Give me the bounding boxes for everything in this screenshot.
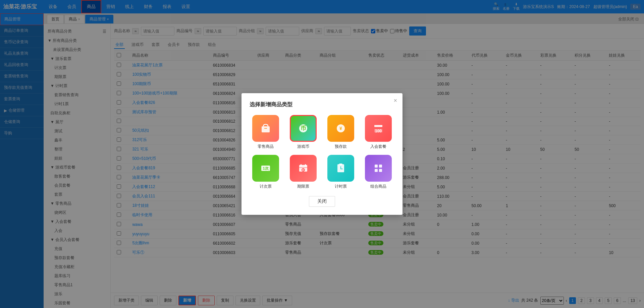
svg-text:1次: 1次 <box>263 166 269 170</box>
retail-label: 零售商品 <box>258 144 274 149</box>
retail-icon <box>252 115 279 142</box>
product-type-membership[interactable]: 100 入会套餐 <box>362 115 394 149</box>
svg-text:¥: ¥ <box>339 126 342 131</box>
product-type-prepay[interactable]: ¥ 预存款 <box>325 115 357 149</box>
time-ticket-icon <box>327 155 354 182</box>
modal-close-x[interactable]: × <box>393 97 397 104</box>
product-type-count-ticket[interactable]: 1次 计次票 <box>250 155 282 189</box>
svg-rect-0 <box>262 126 270 132</box>
combination-label: 组合商品 <box>370 184 386 189</box>
svg-rect-13 <box>305 164 306 166</box>
svg-rect-19 <box>379 165 382 168</box>
modal-footer: 关闭 <box>250 196 394 207</box>
svg-rect-20 <box>375 169 378 172</box>
modal-close-button[interactable]: 关闭 <box>309 196 335 207</box>
count-ticket-label: 计次票 <box>260 184 272 189</box>
count-ticket-icon: 1次 <box>252 155 279 182</box>
svg-rect-1 <box>264 128 267 129</box>
product-type-gamecoin[interactable]: 币 游戏币 <box>287 115 319 149</box>
svg-rect-18 <box>375 165 378 168</box>
prepay-icon: ¥ <box>327 115 354 142</box>
product-type-combination[interactable]: 组合商品 <box>362 155 394 189</box>
period-ticket-icon <box>290 155 317 182</box>
combination-icon <box>365 155 392 182</box>
time-ticket-label: 计时票 <box>335 184 347 189</box>
svg-rect-8 <box>374 129 382 132</box>
period-ticket-label: 期限票 <box>297 184 309 189</box>
svg-rect-12 <box>301 164 302 166</box>
prepay-label: 预存款 <box>335 144 347 149</box>
product-type-time-ticket[interactable]: 计时票 <box>325 155 357 189</box>
product-type-retail[interactable]: 零售商品 <box>250 115 282 149</box>
new-product-type-modal: 选择新增商品类型 × 零售商品 币 <box>241 93 402 215</box>
modal-title: 选择新增商品类型 <box>250 101 394 108</box>
product-type-period-ticket[interactable]: 期限票 <box>287 155 319 189</box>
svg-rect-6 <box>374 125 382 127</box>
membership-icon: 100 <box>365 115 392 142</box>
gamecoin-label: 游戏币 <box>297 144 309 149</box>
gamecoin-icon: 币 <box>290 115 317 142</box>
membership-label: 入会套餐 <box>370 144 386 149</box>
svg-rect-17 <box>339 164 342 165</box>
svg-text:币: 币 <box>301 125 306 131</box>
svg-rect-21 <box>379 169 382 172</box>
modal-grid: 零售商品 币 游戏币 ¥ 预存款 <box>250 115 394 189</box>
modal-overlay: 选择新增商品类型 × 零售商品 币 <box>0 0 644 308</box>
